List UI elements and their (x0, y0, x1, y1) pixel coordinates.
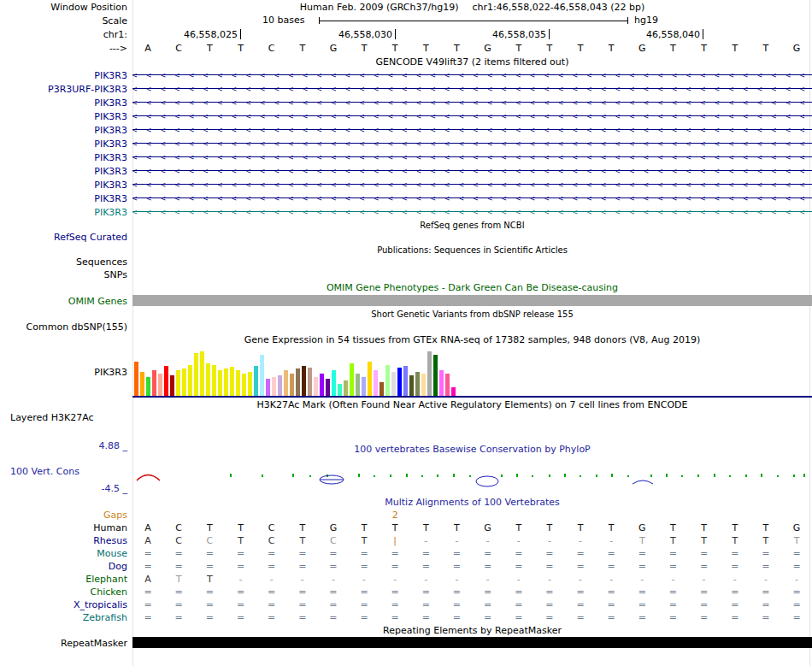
refseq-curated-row[interactable]: RefSeq Curated (0, 231, 812, 244)
transcript-track[interactable]: <<<<<<<<<<<<<<<<<<<<<<<<<<<<<<<<<<<<<<<<… (132, 205, 812, 219)
dbsnp-track-label[interactable]: Common dbSNP(155) (0, 321, 132, 333)
snps-row[interactable]: SNPs (0, 268, 812, 281)
gtex-tissue-bar[interactable] (260, 355, 264, 396)
snps-track[interactable] (132, 268, 812, 281)
species-row[interactable]: Elephant ATT------------------- (0, 573, 812, 586)
species-row[interactable]: Gaps 2 (0, 509, 812, 522)
transcript-label[interactable]: PIK3R3 (0, 125, 132, 136)
repeatmasker-label[interactable]: RepeatMasker (0, 638, 132, 649)
gtex-tissue-bar[interactable] (391, 372, 396, 396)
transcript-label[interactable]: PIK3R3 (0, 70, 132, 81)
gtex-tissue-bar[interactable] (439, 370, 444, 396)
gtex-tissue-bar[interactable] (326, 379, 330, 396)
gtex-tissue-bar[interactable] (200, 351, 204, 396)
species-label[interactable]: X_tropicalis (0, 599, 132, 610)
gtex-tissue-bar[interactable] (278, 375, 282, 396)
species-row[interactable]: Human ACTTCTGTTTTGTTTTGTTTTG (0, 522, 812, 534)
conservation-track-label[interactable]: 100 Vert. Cons (10, 466, 79, 477)
gtex-tissue-bar[interactable] (350, 363, 354, 396)
gtex-tissue-bar[interactable] (445, 374, 450, 396)
gtex-tissue-bar[interactable] (176, 370, 180, 396)
repeatmasker-bar[interactable] (132, 637, 812, 648)
gtex-tissue-bar[interactable] (134, 362, 138, 396)
species-row[interactable]: Chicken ====================== (0, 586, 812, 598)
transcript-label[interactable]: PIK3R3 (0, 139, 132, 150)
species-row[interactable]: Zebrafish ====================== (0, 611, 812, 624)
omim-genes-track[interactable] (132, 294, 812, 308)
repeatmasker-row[interactable]: RepeatMasker (0, 636, 812, 650)
transcript-track[interactable]: <<<<<<<<<<<<<<<<<<<<<<<<<<<<<<<<<<<<<<<<… (132, 150, 812, 164)
gencode-transcript-row[interactable]: PIK3R3 <<<<<<<<<<<<<<<<<<<<<<<<<<<<<<<<<… (0, 96, 812, 109)
gencode-transcript-row[interactable]: PIK3R3 <<<<<<<<<<<<<<<<<<<<<<<<<<<<<<<<<… (0, 178, 812, 192)
transcript-label[interactable]: PIK3R3 (0, 152, 132, 163)
gtex-track-row[interactable]: PIK3R3 (0, 346, 812, 398)
gtex-tissue-bar[interactable] (164, 366, 168, 396)
gtex-tissue-bar[interactable] (170, 375, 174, 396)
h3k27ac-row[interactable]: Layered H3K27Ac (0, 411, 812, 424)
transcript-label[interactable]: PIK3R3 (0, 193, 132, 204)
gtex-tissue-bar[interactable] (248, 372, 252, 396)
species-row[interactable]: Rhesus ACCTCTCT|-------TTTTTT (0, 534, 812, 547)
sequences-track[interactable] (132, 256, 812, 268)
h3k27ac-track[interactable] (132, 411, 812, 424)
gencode-transcript-row[interactable]: PIK3R3 <<<<<<<<<<<<<<<<<<<<<<<<<<<<<<<<<… (0, 123, 812, 137)
species-label[interactable]: Human (0, 522, 132, 533)
gtex-tissue-bar[interactable] (415, 372, 420, 396)
gtex-tissue-bar[interactable] (212, 365, 216, 396)
gtex-tissue-bar[interactable] (266, 379, 270, 396)
gtex-tissue-bar[interactable] (272, 377, 276, 396)
gtex-tissue-bar[interactable] (254, 366, 258, 396)
species-label[interactable]: Elephant (0, 574, 132, 585)
gtex-tissue-bar[interactable] (224, 368, 228, 396)
gtex-tissue-bar[interactable] (356, 374, 360, 396)
species-row[interactable]: Dog ====================== (0, 560, 812, 573)
gtex-tissue-bar[interactable] (188, 365, 192, 396)
gtex-tissue-bar[interactable] (206, 363, 210, 396)
gtex-tissue-bar[interactable] (332, 370, 336, 396)
gtex-tissue-bar[interactable] (158, 374, 162, 396)
transcript-track[interactable]: <<<<<<<<<<<<<<<<<<<<<<<<<<<<<<<<<<<<<<<<… (132, 123, 812, 137)
species-label[interactable]: Chicken (0, 586, 132, 598)
gtex-tissue-bar[interactable] (338, 384, 342, 396)
repeatmasker-track[interactable] (132, 636, 812, 650)
gtex-tissue-bar[interactable] (218, 370, 222, 396)
gencode-transcript-row[interactable]: PIK3R3 <<<<<<<<<<<<<<<<<<<<<<<<<<<<<<<<<… (0, 192, 812, 205)
gtex-tissue-bar[interactable] (427, 351, 432, 396)
omim-genes-row[interactable]: OMIM Genes (0, 294, 812, 308)
species-row[interactable]: X_tropicalis ====================== (0, 598, 812, 611)
gtex-tissue-bar[interactable] (146, 377, 150, 396)
refseq-curated-label[interactable]: RefSeq Curated (0, 232, 132, 243)
gtex-tissue-bar[interactable] (236, 370, 240, 396)
gtex-tissue-bar[interactable] (320, 374, 324, 396)
omim-genes-label[interactable]: OMIM Genes (0, 296, 132, 307)
gtex-tissue-bar[interactable] (451, 387, 456, 396)
species-label[interactable]: Zebrafish (0, 612, 132, 623)
gencode-transcript-row[interactable]: PIK3R3 <<<<<<<<<<<<<<<<<<<<<<<<<<<<<<<<<… (0, 164, 812, 178)
sequences-row[interactable]: Sequences (0, 256, 812, 268)
gtex-tissue-bar[interactable] (290, 374, 294, 396)
transcript-track[interactable]: <<<<<<<<<<<<<<<<<<<<<<<<<<<<<<<<<<<<<<<<… (132, 96, 812, 109)
transcript-track[interactable]: <<<<<<<<<<<<<<<<<<<<<<<<<<<<<<<<<<<<<<<<… (132, 68, 812, 82)
gtex-tissue-bar[interactable] (397, 368, 402, 396)
gtex-tissue-bar[interactable] (385, 365, 390, 396)
gtex-tissue-bar[interactable] (182, 368, 186, 396)
gencode-transcript-row[interactable]: PIK3R3 <<<<<<<<<<<<<<<<<<<<<<<<<<<<<<<<<… (0, 109, 812, 123)
gtex-tissue-bar[interactable] (308, 368, 312, 396)
species-label[interactable]: Dog (0, 561, 132, 572)
gtex-tissue-bar[interactable] (296, 368, 300, 396)
gtex-tissue-bar[interactable] (302, 366, 306, 396)
gtex-tissue-bar[interactable] (344, 380, 348, 396)
transcript-track[interactable]: <<<<<<<<<<<<<<<<<<<<<<<<<<<<<<<<<<<<<<<<… (132, 192, 812, 205)
species-label[interactable]: Gaps (0, 510, 132, 521)
conservation-plot[interactable]: 100 vertebrates Basewise Conservation by… (132, 438, 812, 496)
gtex-tissue-bar[interactable] (403, 366, 408, 396)
transcript-label[interactable]: P3R3URF-PIK3R3 (0, 84, 132, 95)
transcript-track[interactable]: <<<<<<<<<<<<<<<<<<<<<<<<<<<<<<<<<<<<<<<<… (132, 178, 812, 192)
transcript-track[interactable]: <<<<<<<<<<<<<<<<<<<<<<<<<<<<<<<<<<<<<<<<… (132, 109, 812, 123)
gtex-tissue-bar[interactable] (421, 374, 426, 396)
gencode-transcript-row[interactable]: PIK3R3 <<<<<<<<<<<<<<<<<<<<<<<<<<<<<<<<<… (0, 68, 812, 82)
transcript-label[interactable]: PIK3R3 (0, 207, 132, 218)
gencode-transcript-row[interactable]: PIK3R3 <<<<<<<<<<<<<<<<<<<<<<<<<<<<<<<<<… (0, 150, 812, 164)
gtex-tissue-bar[interactable] (433, 355, 438, 396)
gtex-tissue-bar[interactable] (152, 370, 156, 396)
